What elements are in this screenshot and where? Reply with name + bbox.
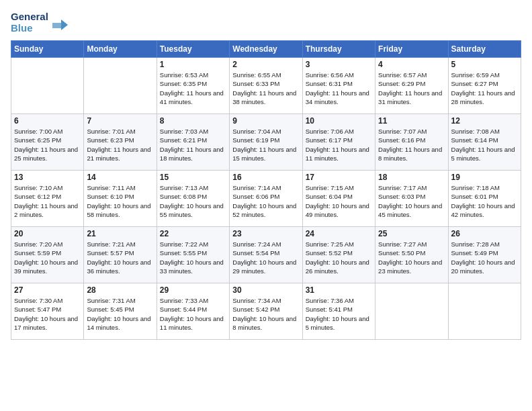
day-info: Sunrise: 7:01 AMSunset: 6:23 PMDaylight:…: [87, 127, 153, 163]
day-info: Sunrise: 7:30 AMSunset: 5:47 PMDaylight:…: [14, 296, 81, 332]
day-info: Sunrise: 7:36 AMSunset: 5:41 PMDaylight:…: [306, 296, 372, 332]
day-number: 14: [87, 173, 153, 182]
day-info: Sunrise: 7:04 AMSunset: 6:19 PMDaylight:…: [232, 127, 299, 163]
calendar-cell: 6Sunrise: 7:00 AMSunset: 6:25 PMDaylight…: [11, 114, 84, 171]
calendar-cell: 13Sunrise: 7:10 AMSunset: 6:12 PMDayligh…: [11, 171, 84, 227]
calendar-cell: 7Sunrise: 7:01 AMSunset: 6:23 PMDaylight…: [84, 114, 157, 171]
calendar-week-row: 6Sunrise: 7:00 AMSunset: 6:25 PMDaylight…: [11, 114, 521, 171]
calendar-cell: [448, 283, 521, 340]
day-info: Sunrise: 7:31 AMSunset: 5:45 PMDaylight:…: [87, 296, 153, 332]
calendar-cell: 27Sunrise: 7:30 AMSunset: 5:47 PMDayligh…: [11, 283, 84, 340]
col-header-friday: Friday: [375, 41, 448, 58]
calendar-cell: [84, 58, 157, 114]
calendar-cell: 19Sunrise: 7:18 AMSunset: 6:01 PMDayligh…: [448, 171, 521, 227]
calendar-cell: 30Sunrise: 7:34 AMSunset: 5:42 PMDayligh…: [230, 283, 302, 340]
calendar-page: General Blue SundayMondayTuesdayWednesda…: [0, 0, 532, 411]
day-info: Sunrise: 6:56 AMSunset: 6:31 PMDaylight:…: [306, 71, 372, 106]
day-info: Sunrise: 7:03 AMSunset: 6:21 PMDaylight:…: [160, 127, 226, 163]
day-number: 27: [14, 285, 81, 295]
calendar-cell: 10Sunrise: 7:06 AMSunset: 6:17 PMDayligh…: [302, 114, 375, 171]
col-header-thursday: Thursday: [302, 41, 375, 58]
calendar-cell: 9Sunrise: 7:04 AMSunset: 6:19 PMDaylight…: [230, 114, 302, 171]
day-number: 21: [87, 229, 153, 238]
day-number: 16: [232, 173, 299, 182]
calendar-cell: 25Sunrise: 7:27 AMSunset: 5:50 PMDayligh…: [375, 227, 448, 283]
calendar-table: SundayMondayTuesdayWednesdayThursdayFrid…: [11, 40, 521, 340]
day-number: 22: [160, 229, 226, 238]
day-info: Sunrise: 7:07 AMSunset: 6:16 PMDaylight:…: [378, 127, 445, 163]
calendar-cell: 1Sunrise: 6:53 AMSunset: 6:35 PMDaylight…: [157, 58, 229, 114]
calendar-cell: 4Sunrise: 6:57 AMSunset: 6:29 PMDaylight…: [375, 58, 448, 114]
day-info: Sunrise: 7:24 AMSunset: 5:54 PMDaylight:…: [232, 240, 299, 275]
calendar-cell: 11Sunrise: 7:07 AMSunset: 6:16 PMDayligh…: [375, 114, 448, 171]
day-number: 10: [306, 116, 372, 126]
day-number: 31: [306, 285, 372, 295]
logo-icon: General Blue: [11, 8, 71, 35]
calendar-cell: 16Sunrise: 7:14 AMSunset: 6:06 PMDayligh…: [230, 171, 302, 227]
day-info: Sunrise: 7:11 AMSunset: 6:10 PMDaylight:…: [87, 183, 153, 219]
day-info: Sunrise: 7:17 AMSunset: 6:03 PMDaylight:…: [378, 183, 445, 219]
day-number: 4: [378, 60, 445, 69]
day-number: 2: [232, 60, 299, 69]
day-number: 20: [14, 229, 81, 238]
day-number: 12: [451, 116, 518, 126]
day-info: Sunrise: 7:08 AMSunset: 6:14 PMDaylight:…: [451, 127, 518, 163]
day-info: Sunrise: 7:34 AMSunset: 5:42 PMDaylight:…: [232, 296, 299, 332]
day-info: Sunrise: 7:06 AMSunset: 6:17 PMDaylight:…: [306, 127, 372, 163]
day-number: 11: [378, 116, 445, 126]
day-number: 6: [14, 116, 81, 126]
day-info: Sunrise: 7:28 AMSunset: 5:49 PMDaylight:…: [451, 240, 518, 275]
calendar-cell: 18Sunrise: 7:17 AMSunset: 6:03 PMDayligh…: [375, 171, 448, 227]
day-number: 24: [306, 229, 372, 238]
day-number: 23: [232, 229, 299, 238]
day-number: 1: [160, 60, 226, 69]
svg-marker-3: [61, 19, 68, 30]
calendar-cell: 31Sunrise: 7:36 AMSunset: 5:41 PMDayligh…: [302, 283, 375, 340]
calendar-cell: [11, 58, 84, 114]
calendar-cell: 22Sunrise: 7:22 AMSunset: 5:55 PMDayligh…: [157, 227, 229, 283]
calendar-cell: 2Sunrise: 6:55 AMSunset: 6:33 PMDaylight…: [230, 58, 302, 114]
col-header-wednesday: Wednesday: [230, 41, 302, 58]
calendar-cell: 29Sunrise: 7:33 AMSunset: 5:44 PMDayligh…: [157, 283, 229, 340]
col-header-saturday: Saturday: [448, 41, 521, 58]
calendar-header-row: SundayMondayTuesdayWednesdayThursdayFrid…: [11, 41, 521, 58]
day-number: 3: [306, 60, 372, 69]
day-number: 7: [87, 116, 153, 126]
calendar-cell: 5Sunrise: 6:59 AMSunset: 6:27 PMDaylight…: [448, 58, 521, 114]
calendar-cell: [375, 283, 448, 340]
logo: General Blue: [11, 8, 71, 35]
header: General Blue: [11, 8, 521, 35]
day-info: Sunrise: 7:15 AMSunset: 6:04 PMDaylight:…: [306, 183, 372, 219]
day-number: 30: [232, 285, 299, 295]
day-info: Sunrise: 7:14 AMSunset: 6:06 PMDaylight:…: [232, 183, 299, 219]
day-info: Sunrise: 7:33 AMSunset: 5:44 PMDaylight:…: [160, 296, 226, 332]
col-header-sunday: Sunday: [11, 41, 84, 58]
day-info: Sunrise: 7:18 AMSunset: 6:01 PMDaylight:…: [451, 183, 518, 219]
day-info: Sunrise: 7:00 AMSunset: 6:25 PMDaylight:…: [14, 127, 81, 163]
calendar-cell: 3Sunrise: 6:56 AMSunset: 6:31 PMDaylight…: [302, 58, 375, 114]
col-header-monday: Monday: [84, 41, 157, 58]
day-number: 9: [232, 116, 299, 126]
day-info: Sunrise: 6:55 AMSunset: 6:33 PMDaylight:…: [232, 71, 299, 106]
day-number: 25: [378, 229, 445, 238]
calendar-week-row: 27Sunrise: 7:30 AMSunset: 5:47 PMDayligh…: [11, 283, 521, 340]
day-info: Sunrise: 7:20 AMSunset: 5:59 PMDaylight:…: [14, 240, 81, 275]
day-number: 18: [378, 173, 445, 182]
calendar-cell: 17Sunrise: 7:15 AMSunset: 6:04 PMDayligh…: [302, 171, 375, 227]
day-info: Sunrise: 7:27 AMSunset: 5:50 PMDaylight:…: [378, 240, 445, 275]
calendar-cell: 14Sunrise: 7:11 AMSunset: 6:10 PMDayligh…: [84, 171, 157, 227]
calendar-cell: 26Sunrise: 7:28 AMSunset: 5:49 PMDayligh…: [448, 227, 521, 283]
calendar-week-row: 20Sunrise: 7:20 AMSunset: 5:59 PMDayligh…: [11, 227, 521, 283]
calendar-week-row: 1Sunrise: 6:53 AMSunset: 6:35 PMDaylight…: [11, 58, 521, 114]
calendar-cell: 23Sunrise: 7:24 AMSunset: 5:54 PMDayligh…: [230, 227, 302, 283]
day-info: Sunrise: 7:25 AMSunset: 5:52 PMDaylight:…: [306, 240, 372, 275]
calendar-cell: 15Sunrise: 7:13 AMSunset: 6:08 PMDayligh…: [157, 171, 229, 227]
day-number: 29: [160, 285, 226, 295]
day-info: Sunrise: 6:57 AMSunset: 6:29 PMDaylight:…: [378, 71, 445, 106]
calendar-week-row: 13Sunrise: 7:10 AMSunset: 6:12 PMDayligh…: [11, 171, 521, 227]
day-number: 17: [306, 173, 372, 182]
day-info: Sunrise: 7:22 AMSunset: 5:55 PMDaylight:…: [160, 240, 226, 275]
day-info: Sunrise: 7:10 AMSunset: 6:12 PMDaylight:…: [14, 183, 81, 219]
calendar-cell: 21Sunrise: 7:21 AMSunset: 5:57 PMDayligh…: [84, 227, 157, 283]
day-info: Sunrise: 7:13 AMSunset: 6:08 PMDaylight:…: [160, 183, 226, 219]
